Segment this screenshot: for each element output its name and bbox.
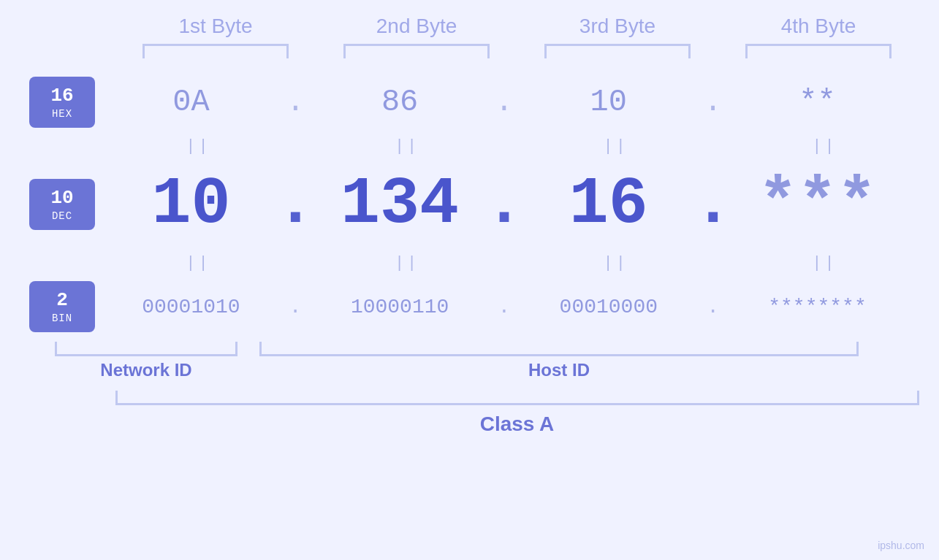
watermark: ipshu.com bbox=[878, 540, 924, 551]
class-bracket bbox=[115, 391, 919, 405]
class-section: Class A bbox=[115, 391, 919, 436]
bin-sep1: . bbox=[281, 296, 310, 318]
bin-row: 00001010 . 10000110 . 00010000 . bbox=[102, 277, 906, 336]
dec-b1-cell: 10 bbox=[118, 167, 264, 242]
dec-sep2: . bbox=[490, 167, 519, 242]
hex-b1-value: 0A bbox=[172, 85, 209, 120]
dec-b3-cell: 16 bbox=[536, 167, 682, 242]
hex-b2-value: 86 bbox=[381, 85, 418, 120]
hex-b4-value: ** bbox=[799, 85, 835, 120]
hex-label: HEX bbox=[52, 108, 72, 120]
host-bracket bbox=[259, 342, 859, 356]
network-id-label: Network ID bbox=[55, 360, 237, 380]
hex-b2-cell: 86 bbox=[327, 85, 473, 120]
network-host-labels-row: Network ID Host ID bbox=[55, 360, 859, 380]
hex-section: 16 HEX 0A . 86 . 10 bbox=[29, 73, 939, 131]
dec-badge: 10 DEC bbox=[29, 179, 95, 230]
dec-b2-cell: 134 bbox=[327, 167, 473, 242]
bin-b2-cell: 10000110 bbox=[327, 296, 473, 318]
hex-b4-cell: ** bbox=[744, 85, 890, 120]
byte2-header: 2nd Byte bbox=[343, 15, 490, 38]
hex-sep3: . bbox=[699, 85, 728, 120]
eq2-b1: || bbox=[125, 254, 271, 272]
hex-number: 16 bbox=[50, 85, 73, 107]
hex-b3-value: 10 bbox=[590, 85, 627, 120]
bin-b3-cell: 00010000 bbox=[536, 296, 682, 318]
dec-b2-value: 134 bbox=[341, 167, 459, 242]
network-bracket bbox=[55, 342, 237, 356]
dec-b4-cell: *** bbox=[744, 167, 890, 242]
bottom-brackets-container: Network ID Host ID bbox=[55, 342, 939, 380]
bin-b1-cell: 00001010 bbox=[118, 296, 264, 318]
byte3-header: 3rd Byte bbox=[544, 15, 691, 38]
bin-badge: 2 BIN bbox=[29, 281, 95, 332]
top-brackets bbox=[115, 44, 919, 58]
bin-b1-value: 00001010 bbox=[142, 296, 240, 318]
content-wrapper: 16 HEX 0A . 86 . 10 bbox=[0, 73, 939, 336]
class-label: Class A bbox=[480, 413, 555, 436]
eq2-b3: || bbox=[543, 254, 689, 272]
bottom-brackets-row bbox=[55, 342, 859, 356]
bracket-b4 bbox=[745, 44, 892, 58]
bracket-b3 bbox=[544, 44, 691, 58]
eq1-b4: || bbox=[751, 137, 897, 156]
eq1-b2: || bbox=[334, 137, 480, 156]
host-id-label: Host ID bbox=[259, 360, 859, 380]
dec-sep1: . bbox=[281, 167, 310, 242]
dec-sep3: . bbox=[699, 167, 728, 242]
bin-b3-value: 00010000 bbox=[560, 296, 658, 318]
eq1-b1: || bbox=[125, 137, 271, 156]
eq2-b4: || bbox=[751, 254, 897, 272]
hex-badge: 16 HEX bbox=[29, 77, 95, 128]
dec-section: 10 DEC 10 . 134 . 16 bbox=[29, 161, 939, 248]
dec-label: DEC bbox=[52, 210, 72, 222]
bracket-b1 bbox=[142, 44, 289, 58]
bin-sep3: . bbox=[699, 296, 728, 318]
dec-b3-value: 16 bbox=[569, 167, 648, 242]
equals-row2: || || || || bbox=[110, 248, 939, 277]
equals-cells1: || || || || bbox=[110, 131, 913, 161]
main-container: 1st Byte 2nd Byte 3rd Byte 4th Byte 16 H… bbox=[0, 0, 939, 560]
byte4-header: 4th Byte bbox=[745, 15, 892, 38]
hex-b1-cell: 0A bbox=[118, 85, 264, 120]
equals-row1: || || || || bbox=[110, 131, 939, 161]
eq1-b3: || bbox=[543, 137, 689, 156]
byte-headers: 1st Byte 2nd Byte 3rd Byte 4th Byte bbox=[115, 15, 919, 38]
bottom-section: Network ID Host ID bbox=[55, 342, 859, 380]
hex-sep2: . bbox=[490, 85, 519, 120]
bin-b2-value: 10000110 bbox=[351, 296, 449, 318]
bin-b4-cell: ******** bbox=[744, 296, 890, 318]
byte1-header: 1st Byte bbox=[142, 15, 289, 38]
eq2-b2: || bbox=[334, 254, 480, 272]
bin-label: BIN bbox=[52, 312, 72, 324]
dec-row: 10 . 134 . 16 . *** bbox=[102, 161, 906, 248]
bin-sep2: . bbox=[490, 296, 519, 318]
dec-number: 10 bbox=[50, 187, 73, 210]
hex-row: 0A . 86 . 10 . ** bbox=[102, 73, 906, 131]
bin-section: 2 BIN 00001010 . 10000110 . 00010000 bbox=[29, 277, 939, 336]
bin-b4-value: ******** bbox=[768, 296, 866, 318]
bin-number: 2 bbox=[56, 289, 68, 312]
dec-b1-value: 10 bbox=[151, 167, 230, 242]
hex-sep1: . bbox=[281, 85, 310, 120]
dec-b4-value: *** bbox=[758, 167, 876, 242]
hex-b3-cell: 10 bbox=[536, 85, 682, 120]
bracket-b2 bbox=[343, 44, 490, 58]
equals-cells2: || || || || bbox=[110, 248, 913, 277]
